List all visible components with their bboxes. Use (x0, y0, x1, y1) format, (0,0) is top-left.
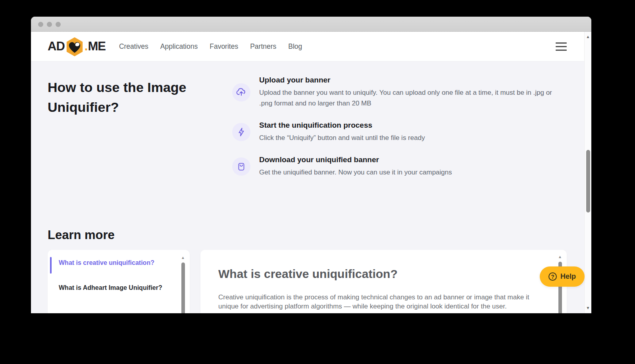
learn-more-sidebar: What is creative uniquification? What is… (48, 250, 190, 313)
step-description: Upload the banner you want to uniquify. … (259, 87, 567, 109)
hexagon-heart-icon (65, 37, 84, 57)
logo-prefix: AD (48, 39, 65, 54)
step-title: Download your uniquified banner (259, 155, 452, 164)
window-scrollbar: ▲ ▼ (584, 32, 591, 313)
help-button-label: Help (560, 272, 576, 281)
nav-item-favorites[interactable]: Favorites (210, 42, 238, 51)
how-to-steps: Upload your banner Upload the banner you… (232, 76, 568, 190)
article-title: What is creative uniquification? (218, 267, 398, 281)
lightning-icon (232, 123, 250, 141)
site-header: AD . ME Creatives Applications Favorites… (31, 32, 584, 61)
nav-item-blog[interactable]: Blog (288, 42, 302, 51)
step-title: Upload your banner (259, 76, 567, 84)
shopping-bag-icon (232, 157, 250, 176)
hamburger-menu-icon[interactable] (556, 42, 567, 51)
traffic-light-minimize[interactable] (47, 22, 52, 27)
window-titlebar (31, 17, 591, 32)
traffic-light-zoom[interactable] (56, 22, 61, 27)
help-button[interactable]: ? Help (540, 266, 585, 287)
article-body: Creative uniquification is the process o… (218, 293, 548, 311)
upload-cloud-icon (232, 83, 250, 102)
step-download: Download your uniquified banner Get the … (232, 155, 568, 178)
page-title: How to use the Image Uniquifier? (48, 77, 214, 117)
article-panel: What is creative uniquification? Creativ… (200, 250, 567, 313)
page-content: How to use the Image Uniquifier? Upload … (31, 61, 584, 313)
sidebar-scrollbar-thumb[interactable] (181, 262, 185, 313)
nav-item-applications[interactable]: Applications (160, 42, 198, 51)
traffic-light-close[interactable] (38, 22, 43, 27)
step-upload: Upload your banner Upload the banner you… (232, 76, 568, 109)
logo-dot: . (85, 39, 88, 54)
question-circle-icon: ? (548, 272, 557, 281)
scroll-up-icon[interactable]: ▲ (586, 35, 590, 39)
browser-window: AD . ME Creatives Applications Favorites… (31, 17, 591, 313)
step-title: Start the uniquification process (259, 121, 425, 130)
step-description: Click the “Uniquify” button and wait unt… (259, 132, 425, 143)
nav-item-partners[interactable]: Partners (250, 42, 276, 51)
main-nav: Creatives Applications Favorites Partner… (119, 42, 302, 51)
sidebar-scroll-up-icon[interactable]: ▲ (181, 255, 185, 260)
step-description: Get the uniquified banner. Now you can u… (259, 167, 452, 178)
scroll-down-icon[interactable]: ▼ (586, 306, 590, 310)
step-uniquify: Start the uniquification process Click t… (232, 121, 568, 143)
sidebar-item-what-is-creative-uniquification[interactable]: What is creative uniquification? (48, 259, 190, 266)
article-scroll-up-icon[interactable]: ▲ (558, 255, 562, 259)
nav-item-creatives[interactable]: Creatives (119, 42, 148, 51)
window-scrollbar-thumb[interactable] (586, 150, 590, 213)
sidebar-item-what-is-adheart-image-uniquifier[interactable]: What is Adheart Image Uniquifier? (48, 284, 190, 291)
logo-suffix: ME (88, 39, 106, 54)
adheart-logo[interactable]: AD . ME (48, 36, 106, 56)
learn-more-title: Learn more (48, 228, 115, 242)
